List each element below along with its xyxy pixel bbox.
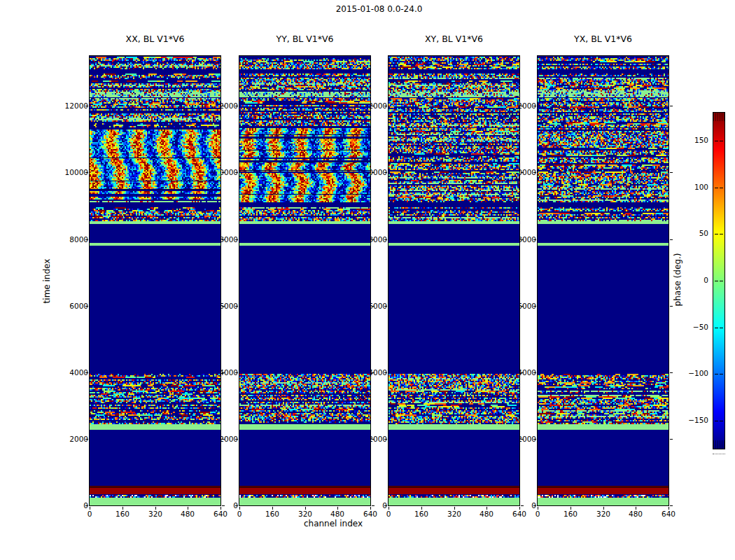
x-tick-mark: [668, 507, 669, 510]
y-tick-mark: [670, 439, 673, 440]
y-tick-mark: [235, 439, 238, 440]
panel-title: XY, BL V1*V6: [388, 34, 519, 44]
y-tick-mark: [372, 439, 374, 440]
colorbar-tick-label: −150: [680, 415, 708, 425]
x-tick-label: 320: [440, 509, 468, 519]
y-tick-mark: [235, 372, 238, 373]
y-tick-mark: [85, 306, 88, 307]
colorbar-tick-mark: [720, 328, 723, 328]
colorbar: [713, 112, 725, 449]
y-tick-mark: [85, 372, 88, 373]
y-tick-mark: [670, 172, 673, 173]
y-tick-mark: [372, 172, 374, 173]
y-tick-mark: [222, 239, 225, 240]
figure-title: 2015-01-08 0.0-24.0: [90, 4, 668, 14]
colorbar-tick-mark: [720, 421, 723, 421]
y-tick-label: 2000: [45, 434, 88, 444]
y-tick-mark: [533, 172, 536, 173]
x-tick-mark: [239, 507, 240, 510]
x-tick-mark: [486, 507, 487, 510]
x-tick-label: 0: [76, 509, 104, 519]
x-tick-label: 480: [622, 509, 650, 519]
y-tick-mark: [222, 106, 225, 106]
x-tick-label: 0: [524, 509, 552, 519]
y-tick-mark: [222, 306, 225, 307]
x-tick-mark: [337, 507, 338, 510]
colorbar-bottom-hatch: [713, 440, 724, 449]
y-tick-mark: [85, 172, 88, 173]
y-tick-mark: [222, 505, 225, 506]
y-tick-label: 12000: [45, 101, 88, 111]
x-tick-mark: [603, 507, 604, 510]
colorbar-tick-mark: [720, 234, 723, 234]
y-tick-mark: [521, 106, 524, 106]
colorbar-tick-mark: [720, 281, 723, 281]
panel-plot: [239, 55, 371, 506]
panel-canvas: [90, 56, 220, 505]
x-tick-label: 160: [556, 509, 584, 519]
x-tick-label: 160: [108, 509, 136, 519]
y-tick-label: 8000: [45, 234, 88, 244]
y-tick-mark: [222, 172, 225, 173]
y-tick-mark: [670, 306, 673, 307]
colorbar-tick-label: −100: [680, 368, 708, 378]
panel-canvas: [538, 56, 668, 505]
x-tick-label: 160: [258, 509, 286, 519]
colorbar-tick-mark: [715, 328, 718, 328]
colorbar-tick-mark: [720, 374, 723, 374]
y-tick-mark: [384, 372, 387, 373]
y-tick-mark: [670, 239, 673, 240]
y-tick-mark: [372, 306, 374, 307]
y-axis-label: time index: [42, 246, 52, 316]
x-tick-mark: [305, 507, 306, 510]
colorbar-tick-mark: [715, 374, 718, 374]
colorbar-tick-mark: [715, 141, 718, 141]
colorbar-tick-label: 50: [680, 228, 708, 238]
y-tick-mark: [521, 505, 524, 506]
y-tick-mark: [235, 306, 238, 307]
x-tick-label: 480: [323, 509, 351, 519]
y-tick-mark: [670, 106, 673, 106]
colorbar-tick-label: 0: [680, 275, 708, 285]
y-tick-mark: [85, 239, 88, 240]
x-tick-mark: [90, 507, 90, 510]
x-tick-label: 640: [654, 509, 682, 519]
y-tick-mark: [533, 505, 536, 506]
y-tick-mark: [521, 239, 524, 240]
x-tick-mark: [220, 507, 221, 510]
panel-plot: [388, 55, 520, 506]
y-tick-mark: [521, 306, 524, 307]
x-tick-label: 320: [589, 509, 617, 519]
y-tick-label: 4000: [45, 368, 88, 377]
x-tick-label: 320: [291, 509, 319, 519]
y-tick-mark: [533, 306, 536, 307]
y-tick-mark: [384, 239, 387, 240]
x-tick-mark: [570, 507, 571, 510]
x-tick-mark: [421, 507, 422, 510]
panel-canvas: [388, 56, 519, 505]
x-tick-mark: [636, 507, 636, 510]
y-tick-mark: [372, 239, 374, 240]
x-tick-mark: [370, 507, 371, 510]
colorbar-tick-label: −50: [680, 322, 708, 332]
x-tick-label: 160: [407, 509, 435, 519]
colorbar-tick-mark: [715, 234, 718, 234]
y-tick-mark: [521, 372, 524, 373]
colorbar-tick-label: 150: [680, 135, 708, 145]
x-tick-label: 480: [472, 509, 500, 519]
y-tick-mark: [85, 439, 88, 440]
y-tick-mark: [372, 505, 374, 506]
panel-title: YX, BL V1*V6: [538, 34, 668, 44]
y-tick-mark: [521, 439, 524, 440]
panel-title: XX, BL V1*V6: [90, 34, 220, 44]
x-tick-mark: [538, 507, 538, 510]
colorbar-tick-mark: [715, 421, 718, 421]
x-tick-mark: [454, 507, 455, 510]
y-tick-mark: [384, 172, 387, 173]
colorbar-tick-mark: [720, 141, 723, 141]
y-tick-mark: [85, 505, 88, 506]
panel-plot: [89, 55, 221, 506]
y-tick-mark: [235, 239, 238, 240]
y-tick-mark: [384, 306, 387, 307]
y-tick-mark: [384, 439, 387, 440]
